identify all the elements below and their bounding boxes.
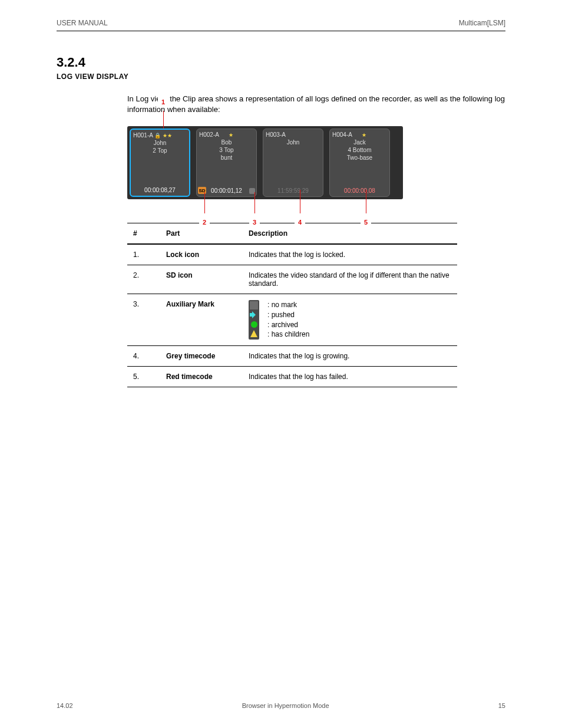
header-left: USER MANUAL [57, 19, 108, 27]
star-icon: ★ [362, 132, 366, 138]
section-intro: In Log view, the Clip area shows a repre… [127, 94, 505, 114]
clip-thumbnail[interactable]: H001-A 🔒 ★★ John 2 Top 00:00:08,27 [130, 129, 190, 197]
has-children-icon [250, 330, 258, 338]
running-header: USER MANUAL Multicam[LSM] [57, 0, 505, 27]
aux-mark-legend-icons [249, 300, 259, 340]
th-number: # [127, 223, 160, 245]
callout-4: 4 [300, 190, 300, 213]
svg-marker-1 [250, 330, 257, 337]
no-mark-icon [250, 301, 258, 309]
archived-icon [250, 320, 258, 328]
timecode: 00:00:01,12 [197, 187, 256, 194]
star-icon: ★★ [163, 133, 172, 139]
legend-table: # Part Description 1. Lock icon Indicate… [127, 223, 457, 387]
pushed-icon [250, 311, 258, 319]
timecode: 00:00:08,27 [131, 187, 189, 193]
header-right: Multicam[LSM] [459, 19, 505, 27]
footer-center: Browser in Hypermotion Mode [242, 702, 329, 709]
section-subtitle: LOG VIEW DISPLAY [57, 73, 505, 81]
footer-left: 14.02 [57, 702, 73, 709]
clip-thumbnail[interactable]: H003-A John 11:59:59,29 [263, 129, 323, 197]
footer-right: 15 [498, 702, 505, 709]
th-desc: Description [243, 223, 457, 245]
table-row: 4. Grey timecode Indicates that the log … [127, 346, 457, 367]
timecode-failed: 00:00:00,08 [330, 187, 389, 194]
clip-thumbnail[interactable]: H002-A ★ Bob 3 Top bunt SD 00:00:01,12 [196, 129, 257, 197]
table-row: 5. Red timecode Indicates that the log h… [127, 367, 457, 387]
table-row: 2. SD icon Indicates the video standard … [127, 265, 457, 294]
table-row: 3. Auxiliary Mark [127, 294, 457, 346]
callout-3: 3 [254, 192, 255, 213]
star-icon: ★ [229, 132, 233, 138]
table-row: 1. Lock icon Indicates that the log is l… [127, 244, 457, 265]
clip-screenshot: 1 H001-A 🔒 ★★ John 2 Top 00:00:08,27 H00… [127, 126, 505, 199]
callout-5: 5 [366, 190, 366, 213]
callout-2: 2 [204, 192, 205, 213]
timecode-growing: 11:59:59,29 [263, 187, 323, 194]
lock-icon: 🔒 [155, 133, 161, 139]
page-footer: 14.02 Browser in Hypermotion Mode 15 [57, 702, 505, 709]
svg-marker-0 [250, 311, 256, 318]
clip-row: H001-A 🔒 ★★ John 2 Top 00:00:08,27 H002-… [127, 126, 403, 199]
clip-thumbnail[interactable]: H004-A ★ Jack 4 Bottom Two-base 00:00:00… [329, 129, 390, 197]
section-number: 3.2.4 [57, 55, 505, 70]
header-rule [57, 31, 505, 31]
